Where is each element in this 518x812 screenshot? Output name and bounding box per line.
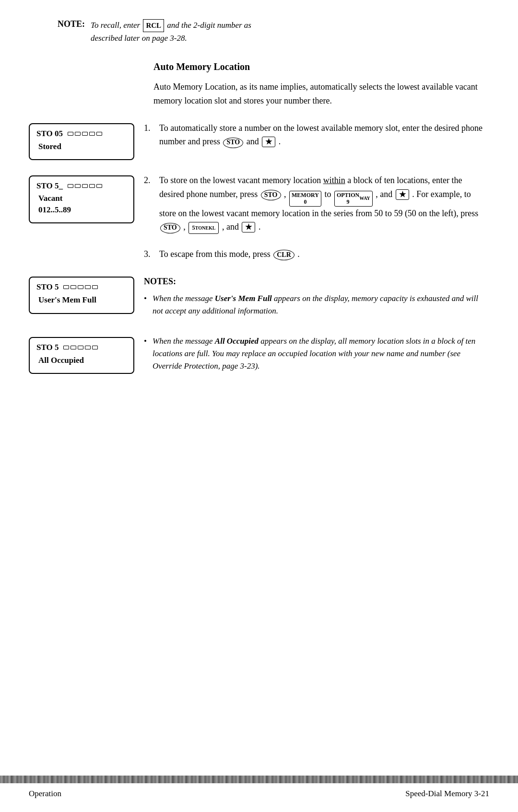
sto-key-1: STO	[223, 138, 243, 148]
numbered-item-2: 2. To store on the lowest vacant memory …	[144, 174, 489, 234]
lcd-indicators-4	[63, 346, 98, 349]
item-number-2: 2.	[144, 174, 154, 234]
lcd-ind-1d	[89, 132, 95, 136]
intro-paragraph: Auto Memory Location, as its name implie…	[29, 80, 489, 108]
clr-key: CLR	[273, 250, 294, 260]
lcd-bottom-1: Stored	[36, 140, 127, 153]
bold-italic-1: User's Mem Full	[215, 294, 272, 303]
lcd-top-row-1: STO 05	[36, 129, 127, 139]
item1-body: To automatically store a number on the l…	[159, 121, 489, 149]
footer-right: Speed-Dial Memory 3-21	[405, 789, 489, 799]
option-key: OPTION9 WAY	[334, 191, 373, 207]
note-body: To recall, enter RCL and the 2-digit num…	[91, 19, 251, 44]
lcd-indicators-3	[63, 285, 98, 289]
lcd-text-top-1: STO 05	[36, 129, 63, 139]
lcd-bottom-3: User's Mem Full	[36, 294, 127, 306]
lcd-text-top-2: STO 5_	[36, 181, 63, 191]
lcd-bottom-2: Vacant 012..5..89	[36, 193, 127, 216]
display-box-col-notes1: STO 5 User's Mem Full	[29, 275, 144, 314]
lcd-ind-1b	[75, 132, 81, 136]
lcd-box-3: STO 5 User's Mem Full	[29, 277, 134, 314]
content-row-3: 3. To escape from this mode, press CLR .	[29, 247, 489, 261]
section-heading: Auto Memory Location	[29, 61, 489, 72]
note-text-line1: To recall, enter RCL and the 2-digit num…	[91, 21, 251, 30]
lcd-ind-2a	[68, 184, 73, 188]
five-key: 5 TONEKL	[188, 222, 219, 234]
lcd-ind-2b	[75, 184, 81, 188]
bottom-bar	[0, 776, 518, 783]
numbered-item-3: 3. To escape from this mode, press CLR .	[144, 247, 489, 261]
content-row-notes2: STO 5 All Occupied When the mess	[29, 335, 489, 377]
numbered-item-1: 1. To automatically store a number on th…	[144, 121, 489, 149]
lcd-ind-4b	[71, 346, 76, 349]
lcd-ind-4e	[92, 346, 98, 349]
lcd-ind-3e	[92, 285, 98, 289]
item3-body: To escape from this mode, press CLR .	[159, 247, 489, 261]
note-item-1: When the message User's Mem Full appears…	[144, 292, 489, 318]
bold-italic-2: All Occupied	[215, 336, 259, 346]
page-footer: Operation Speed-Dial Memory 3-21	[29, 789, 489, 799]
display-box-col-1: STO 05 Stored	[29, 121, 144, 161]
star-key-2: ★	[396, 189, 409, 200]
lcd-ind-2c	[82, 184, 88, 188]
content-row-notes1: STO 5 User's Mem Full NOTES:	[29, 275, 489, 321]
item-number-1: 1.	[144, 121, 154, 149]
notes-heading: NOTES:	[144, 275, 489, 289]
page-content: NOTE: To recall, enter RCL and the 2-dig…	[0, 0, 518, 429]
notes-list: When the message User's Mem Full appears…	[144, 292, 489, 318]
lcd-top-row-2: STO 5_	[36, 181, 127, 191]
lcd-ind-3d	[85, 285, 91, 289]
notes-col: NOTES: When the message User's Mem Full …	[144, 275, 489, 321]
lcd-top-row-3: STO 5	[36, 282, 127, 292]
notes-col-2: When the message All Occupied appears on…	[144, 335, 489, 377]
lcd-ind-3b	[71, 285, 76, 289]
note-item-2: When the message All Occupied appears on…	[144, 335, 489, 373]
footer-left: Operation	[29, 789, 61, 799]
star-key-3: ★	[242, 222, 255, 232]
lcd-bottom-4: All Occupied	[36, 354, 127, 367]
lcd-ind-2d	[89, 184, 95, 188]
lcd-text-top-4: STO 5	[36, 343, 59, 352]
lcd-ind-2e	[96, 184, 102, 188]
note-text-line3: described later on page 3-28.	[91, 34, 187, 43]
sto-key-2b: STO	[160, 223, 180, 233]
rcl-key: RCL	[143, 19, 164, 32]
lcd-indicators-1	[68, 132, 102, 136]
lcd-box-2: STO 5_ Vacant 012..5..89	[29, 175, 134, 223]
memory-key: MEMORY0	[289, 191, 321, 207]
lcd-ind-3a	[63, 285, 69, 289]
lcd-ind-4d	[85, 346, 91, 349]
content-row-1: STO 05 Stored 1. To autom	[29, 121, 489, 161]
lcd-top-row-4: STO 5	[36, 343, 127, 352]
lcd-ind-3c	[78, 285, 83, 289]
content-row-2: STO 5_ Vacant 012..5..89 2.	[29, 174, 489, 234]
item-number-3: 3.	[144, 247, 154, 261]
note-label: NOTE:	[58, 19, 85, 44]
item3-text: 3. To escape from this mode, press CLR .	[144, 247, 489, 261]
star-key-1: ★	[262, 137, 275, 147]
display-box-col-notes2: STO 5 All Occupied	[29, 335, 144, 374]
notes-list-2: When the message All Occupied appears on…	[144, 335, 489, 373]
lcd-indicators-2	[68, 184, 102, 188]
lcd-ind-4c	[78, 346, 83, 349]
lcd-ind-1a	[68, 132, 73, 136]
lcd-text-top-3: STO 5	[36, 282, 59, 292]
lcd-box-1: STO 05 Stored	[29, 123, 134, 161]
display-box-col-3	[29, 247, 144, 249]
display-box-col-2: STO 5_ Vacant 012..5..89	[29, 174, 144, 223]
item2-body: To store on the lowest vacant memory loc…	[159, 174, 489, 234]
lcd-box-4: STO 5 All Occupied	[29, 337, 134, 374]
lcd-ind-4a	[63, 346, 69, 349]
note-section: NOTE: To recall, enter RCL and the 2-dig…	[29, 19, 489, 44]
lcd-ind-1e	[96, 132, 102, 136]
item1-text: 1. To automatically store a number on th…	[144, 121, 489, 149]
sto-key-2a: STO	[261, 190, 281, 200]
item2-text: 2. To store on the lowest vacant memory …	[144, 174, 489, 234]
lcd-ind-1c	[82, 132, 88, 136]
